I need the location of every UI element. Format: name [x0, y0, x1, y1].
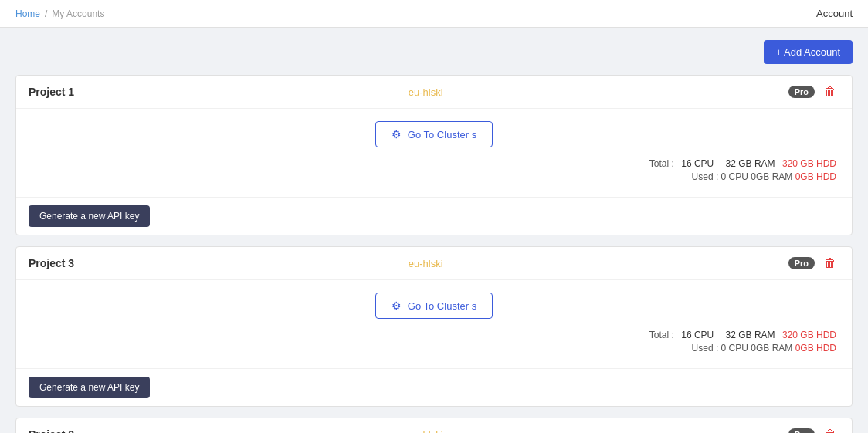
pro-badge-project3: Pro	[788, 257, 815, 269]
project-header-project3: Project 3 eu-hlski Pro 🗑	[16, 247, 852, 280]
total-ram-project3: 32 GB RAM	[726, 330, 775, 340]
total-label-project1: Total :	[649, 158, 674, 169]
delete-project-button-project3[interactable]: 🗑	[821, 255, 839, 272]
used-resources-project3: Used : 0 CPU 0GB RAM 0GB HDD	[29, 343, 836, 354]
cluster-button-label-project1: Go To Cluster s	[408, 129, 476, 140]
used-ram-project1: 0GB RAM	[751, 171, 792, 182]
projects-container: Project 1 eu-hlski Pro 🗑 ⚙ Go To Cluster…	[15, 75, 853, 433]
project-name-project3: Project 3	[29, 257, 393, 269]
generate-api-key-button-project1[interactable]: Generate a new API key	[29, 205, 150, 227]
cluster-icon-project3: ⚙	[392, 299, 402, 312]
total-ram-project1: 32 GB RAM	[726, 158, 775, 169]
add-account-button[interactable]: + Add Account	[764, 40, 853, 64]
used-label-project3: Used :	[692, 343, 719, 354]
project-actions-project1: Pro 🗑	[788, 83, 839, 100]
breadcrumb: Home / My Accounts	[15, 8, 104, 19]
used-ram-project3: 0GB RAM	[751, 343, 792, 354]
pro-badge-project2: Pro	[788, 428, 815, 433]
go-to-cluster-button-project3[interactable]: ⚙ Go To Cluster s	[375, 293, 493, 319]
cluster-icon-project1: ⚙	[392, 128, 402, 140]
project-name-project1: Project 1	[29, 86, 393, 98]
project-footer-project3: Generate a new API key	[16, 368, 852, 406]
project-name-project2: Project 2	[29, 428, 393, 433]
project-header-project2: Project 2 eu-hlski Pro 🗑	[16, 418, 852, 433]
toolbar: + Add Account	[15, 40, 853, 64]
total-label-project3: Total :	[649, 330, 674, 340]
resource-info-project1: Total : 16 CPU 32 GB RAM 320 GB HDD Used…	[29, 158, 839, 184]
delete-project-button-project1[interactable]: 🗑	[821, 83, 839, 100]
project-region-project1: eu-hlski	[409, 86, 773, 98]
used-cpu-project3: 0 CPU	[721, 343, 748, 354]
nav-account: Account	[816, 8, 853, 19]
project-actions-project2: Pro 🗑	[788, 426, 839, 433]
total-cpu-project3: 16 CPU	[681, 330, 714, 340]
cluster-button-label-project3: Go To Cluster s	[408, 300, 476, 312]
breadcrumb-current: My Accounts	[52, 8, 104, 19]
generate-api-key-button-project3[interactable]: Generate a new API key	[29, 377, 150, 398]
total-resources-project1: Total : 16 CPU 32 GB RAM 320 GB HDD	[29, 158, 836, 169]
project-card-project2: Project 2 eu-hlski Pro 🗑 ⚙ Go To Cluster…	[15, 418, 853, 433]
total-resources-project3: Total : 16 CPU 32 GB RAM 320 GB HDD	[29, 330, 836, 340]
resource-info-project3: Total : 16 CPU 32 GB RAM 320 GB HDD Used…	[29, 330, 839, 356]
breadcrumb-home[interactable]: Home	[15, 8, 40, 19]
project-footer-project1: Generate a new API key	[16, 197, 852, 235]
project-region-project3: eu-hlski	[409, 258, 773, 269]
project-body-project3: ⚙ Go To Cluster s Total : 16 CPU 32 GB R…	[16, 280, 852, 368]
total-cpu-project1: 16 CPU	[681, 158, 714, 169]
pro-badge-project1: Pro	[788, 86, 815, 98]
project-region-project2: eu-hlski	[409, 429, 773, 434]
used-resources-project1: Used : 0 CPU 0GB RAM 0GB HDD	[29, 171, 836, 182]
top-nav: Home / My Accounts Account	[0, 0, 868, 28]
project-card-project1: Project 1 eu-hlski Pro 🗑 ⚙ Go To Cluster…	[15, 75, 853, 235]
used-label-project1: Used :	[692, 171, 719, 182]
total-hdd-project3: 320 GB HDD	[782, 330, 836, 340]
used-hdd-project1: 0GB HDD	[795, 171, 836, 182]
project-header-project1: Project 1 eu-hlski Pro 🗑	[16, 76, 852, 109]
used-hdd-project3: 0GB HDD	[795, 343, 836, 354]
used-cpu-project1: 0 CPU	[721, 171, 748, 182]
total-hdd-project1: 320 GB HDD	[782, 158, 836, 169]
main-content: + Add Account Project 1 eu-hlski Pro 🗑 ⚙…	[0, 28, 868, 433]
breadcrumb-separator: /	[45, 8, 47, 19]
project-actions-project3: Pro 🗑	[788, 255, 839, 272]
delete-project-button-project2[interactable]: 🗑	[821, 426, 839, 433]
project-card-project3: Project 3 eu-hlski Pro 🗑 ⚙ Go To Cluster…	[15, 246, 853, 407]
project-body-project1: ⚙ Go To Cluster s Total : 16 CPU 32 GB R…	[16, 109, 852, 197]
go-to-cluster-button-project1[interactable]: ⚙ Go To Cluster s	[375, 121, 493, 147]
